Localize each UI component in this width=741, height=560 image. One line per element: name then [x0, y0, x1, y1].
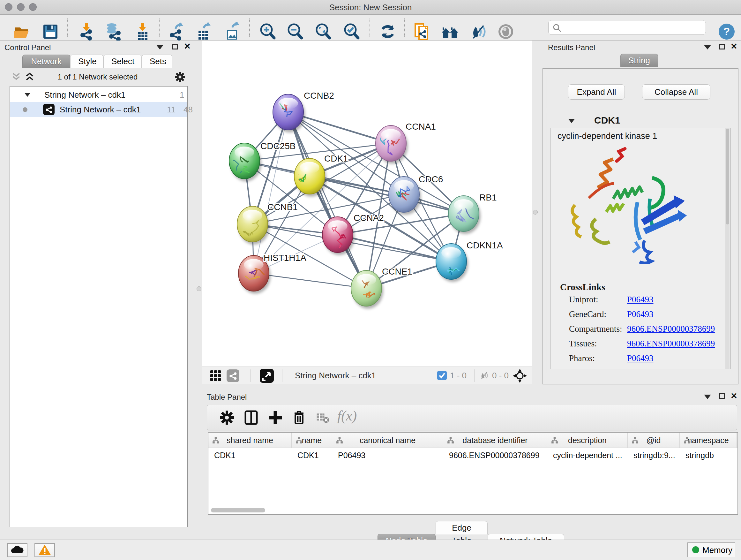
column-header-database-identifier[interactable]: database identifier [443, 433, 547, 448]
table-cell[interactable]: CDK1 [292, 448, 332, 462]
control-panel-close-icon[interactable]: ✕ [184, 44, 191, 49]
control-panel-collapse-icon[interactable] [156, 45, 163, 50]
splitter-handle[interactable] [533, 210, 538, 214]
network-edge-CCNB2-HIST1H1A[interactable] [254, 112, 288, 273]
tab-string[interactable]: String [620, 54, 658, 67]
import-table-from-file-button[interactable] [133, 22, 152, 42]
expand-all-button[interactable]: Expand All [568, 84, 625, 100]
table-panel-close-icon[interactable]: ✕ [731, 393, 738, 399]
search-box [548, 20, 706, 35]
network-node-CDC25B[interactable] [229, 143, 261, 181]
table-cell[interactable]: CDK1 [208, 448, 292, 462]
network-share-toggle-icon[interactable] [226, 369, 239, 382]
tab-sets[interactable]: Sets [142, 55, 172, 68]
export-view-icon[interactable] [260, 369, 274, 383]
table-cell[interactable]: cyclin-dependent ... [547, 448, 628, 462]
birdseye-grid-icon[interactable] [210, 370, 221, 381]
crosslink-value-link[interactable]: P06493 [627, 354, 654, 363]
delete-column-button[interactable] [291, 410, 307, 426]
function-builder-button[interactable]: f(x) [337, 408, 357, 424]
network-node-count: 11 [167, 105, 176, 115]
entry-scrollbar-track[interactable] [725, 128, 730, 369]
network-collection-row[interactable]: String Network – cdk1 1 [10, 87, 187, 102]
network-node-CCNA1[interactable] [376, 125, 408, 164]
save-session-button[interactable] [41, 22, 60, 42]
hide-panel-button[interactable] [468, 22, 488, 42]
network-node-CCNE1[interactable] [351, 270, 383, 309]
column-header-name[interactable]: name [292, 433, 332, 448]
network-node-CCNB2[interactable] [273, 94, 305, 132]
clone-network-button[interactable] [412, 22, 432, 42]
vertical-splitter-left[interactable] [196, 41, 202, 386]
network-edge-CCNA2-CDKN1A[interactable] [338, 235, 451, 261]
column-header-namespace[interactable]: namespace [680, 433, 737, 448]
table-panel-collapse-icon[interactable] [704, 395, 711, 399]
crosslink-value-link[interactable]: P06493 [627, 295, 654, 305]
memory-button[interactable]: Memory [687, 543, 735, 557]
network-node-CDKN1A[interactable] [436, 244, 468, 282]
table-cell[interactable]: 9606.ENSP00000378699 [443, 448, 547, 462]
update-view-button[interactable] [378, 22, 398, 42]
help-button[interactable]: ? [717, 22, 737, 42]
export-image-button[interactable] [222, 22, 242, 42]
column-header-description[interactable]: description [547, 433, 628, 448]
entry-scrollbar-thumb[interactable] [726, 129, 729, 225]
node-label-CDC6: CDC6 [419, 174, 443, 184]
crosslink-value-link[interactable]: 9606.ENSP00000378699 [627, 339, 715, 349]
search-input[interactable] [564, 21, 701, 34]
table-cell[interactable]: stringdb:9... [628, 448, 680, 462]
table-panel-float-icon[interactable] [719, 393, 725, 399]
network-canvas[interactable]: CCNB2CCNA1CDC25BCDK1CDC6RB1CCNB1CCNA2CDK… [202, 41, 532, 367]
crosslink-value-link[interactable]: P06493 [627, 309, 654, 319]
export-network-button[interactable] [166, 22, 186, 42]
selected-nodes-checkbox[interactable] [437, 371, 447, 380]
vertical-splitter-right[interactable] [532, 41, 539, 386]
network-node-CDK1[interactable] [292, 159, 327, 197]
horizontal-scrollbar-thumb[interactable] [211, 508, 265, 512]
tab-style[interactable]: Style [70, 55, 104, 68]
show-columns-button[interactable] [243, 410, 259, 426]
tab-select[interactable]: Select [104, 55, 142, 68]
toolbar-separator [67, 18, 68, 37]
zoom-in-button[interactable] [258, 22, 278, 42]
column-header--id[interactable]: @id [628, 433, 680, 448]
network-node-CCNB1[interactable] [230, 206, 269, 245]
gear-icon[interactable] [174, 71, 186, 83]
results-panel-float-icon[interactable] [719, 44, 725, 50]
collection-expand-icon[interactable] [24, 93, 30, 97]
control-panel-float-icon[interactable] [172, 44, 178, 50]
first-neighbors-button[interactable] [441, 22, 460, 42]
crosslink-value-link[interactable]: 9606.ENSP00000378699 [627, 324, 715, 334]
export-table-button[interactable] [193, 22, 213, 42]
cloud-button[interactable] [7, 543, 27, 557]
warnings-button[interactable] [35, 543, 55, 557]
import-network-from-database-button[interactable] [104, 22, 123, 42]
import-network-from-file-button[interactable] [77, 22, 96, 42]
splitter-handle[interactable] [197, 287, 201, 291]
crosshair-icon[interactable] [513, 368, 527, 383]
results-panel-collapse-icon[interactable] [704, 45, 711, 50]
table-settings-button[interactable] [219, 410, 235, 426]
column-header-canonical-name[interactable]: canonical name [332, 433, 443, 448]
open-session-button[interactable] [12, 22, 31, 42]
create-column-button[interactable] [267, 410, 284, 426]
current-network-title: String Network – cdk1 [295, 371, 376, 381]
results-panel-close-icon[interactable]: ✕ [731, 44, 738, 49]
collection-label: String Network – cdk1 [44, 90, 125, 100]
tab-edge-table[interactable]: Edge Table [435, 521, 488, 535]
zoom-fit-button[interactable] [313, 22, 333, 42]
network-node-RB1[interactable] [448, 196, 481, 234]
table-cell[interactable]: P06493 [332, 448, 443, 462]
network-row[interactable]: String Network – cdk1 11 48 [10, 102, 187, 117]
table-cell[interactable]: stringdb [680, 448, 737, 462]
collapse-all-button[interactable]: Collapse All [642, 84, 711, 100]
network-node-CCNA2[interactable] [322, 217, 354, 255]
zoom-out-button[interactable] [285, 22, 305, 42]
show-view-button[interactable] [496, 22, 516, 42]
entry-collapse-icon[interactable] [568, 119, 575, 123]
delete-table-button[interactable] [314, 410, 331, 426]
zoom-selected-button[interactable] [342, 22, 361, 42]
tab-network[interactable]: Network [22, 55, 70, 68]
column-header-shared-name[interactable]: shared name [208, 433, 292, 448]
network-graph[interactable]: CCNB2CCNA1CDC25BCDK1CDC6RB1CCNB1CCNA2CDK… [202, 41, 532, 367]
